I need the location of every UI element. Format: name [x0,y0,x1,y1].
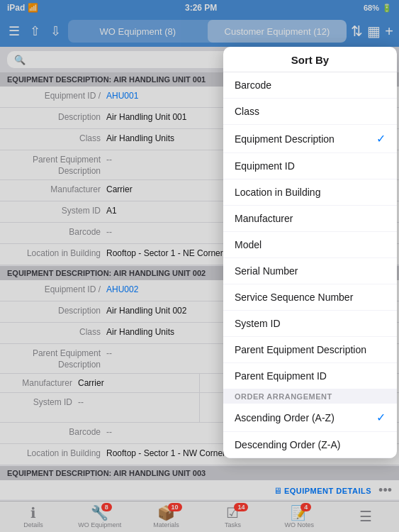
sort-item-serial-label: Serial Number [235,265,298,277]
sort-item-parent-id[interactable]: Parent Equipment ID [223,363,397,389]
sort-item-model[interactable]: Model [223,232,397,258]
sort-item-parent-id-label: Parent Equipment ID [235,370,327,382]
sort-item-parent-desc-label: Parent Equipment Description [235,344,366,355]
sort-item-system-id[interactable]: System ID [223,311,397,337]
sort-item-barcode-label: Barcode [235,79,271,91]
sort-dropdown: Sort By Barcode Class Equipment Descript… [223,47,397,458]
sort-item-barcode[interactable]: Barcode [223,72,397,99]
sort-item-service-seq[interactable]: Service Sequence Number [223,284,397,311]
sort-item-parent-desc[interactable]: Parent Equipment Description [223,337,397,363]
sort-item-model-label: Model [235,239,262,250]
sort-item-location-label: Location in Building [235,187,320,198]
sort-order-asc[interactable]: Ascending Order (A-Z) ✓ [223,404,397,432]
sort-item-equip-id[interactable]: Equipment ID [223,153,397,179]
sort-item-manufacturer[interactable]: Manufacturer [223,206,397,232]
sort-order-asc-check: ✓ [376,411,386,424]
sort-order-desc[interactable]: Descending Order (Z-A) [223,432,397,458]
sort-item-equip-desc[interactable]: Equipment Description ✓ [223,125,397,153]
sort-item-equip-desc-check: ✓ [376,132,386,145]
sort-item-equip-id-label: Equipment ID [235,160,295,172]
sort-item-service-seq-label: Service Sequence Number [235,292,353,303]
sort-item-location[interactable]: Location in Building [223,179,397,206]
sort-item-class[interactable]: Class [223,99,397,125]
sort-item-system-id-label: System ID [235,318,281,329]
sort-dropdown-title: Sort By [223,47,397,72]
sort-order-asc-label: Ascending Order (A-Z) [235,412,335,423]
sort-item-equip-desc-label: Equipment Description [235,133,335,145]
sort-item-class-label: Class [235,106,259,117]
sort-item-manufacturer-label: Manufacturer [235,213,293,224]
sort-item-serial[interactable]: Serial Number [223,258,397,284]
order-section-label: Order Arrangement [223,389,397,404]
sort-order-desc-label: Descending Order (Z-A) [235,439,340,450]
